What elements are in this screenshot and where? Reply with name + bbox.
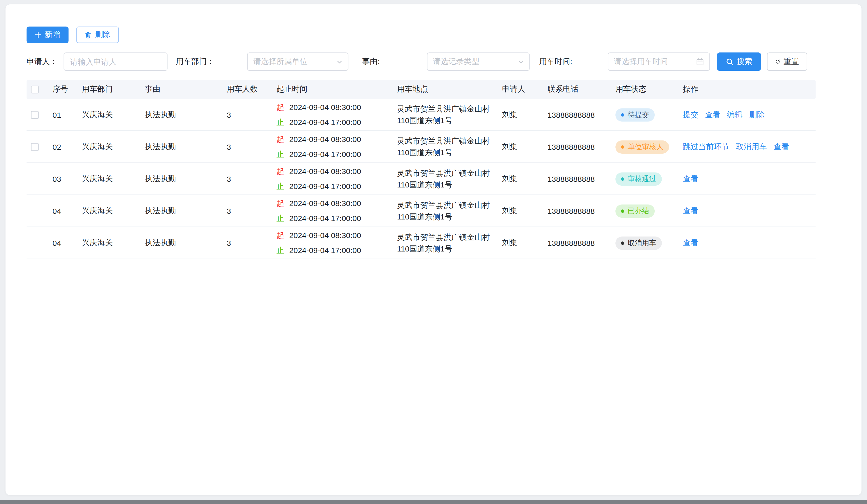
action-link[interactable]: 跳过当前环节 bbox=[683, 142, 729, 151]
action-link[interactable]: 查看 bbox=[683, 174, 698, 183]
reset-button[interactable]: 重置 bbox=[767, 52, 807, 71]
department-select[interactable]: 请选择所属单位 bbox=[247, 52, 349, 71]
row-reason: 执法执勤 bbox=[145, 142, 227, 152]
header-checkbox-cell bbox=[26, 86, 53, 94]
start-label: 起 bbox=[276, 164, 284, 179]
action-link[interactable]: 删除 bbox=[749, 110, 765, 119]
table-row: 01兴庆海关执法执勤3起2024-09-04 08:30:00止2024-09-… bbox=[26, 99, 816, 131]
start-time: 2024-09-04 08:30:00 bbox=[289, 132, 361, 147]
plus-icon bbox=[35, 32, 42, 38]
row-department: 兴庆海关 bbox=[82, 142, 145, 152]
end-label: 止 bbox=[276, 243, 284, 258]
action-link[interactable]: 查看 bbox=[683, 238, 698, 246]
time-start-line: 起2024-09-04 08:30:00 bbox=[276, 164, 397, 179]
filter-bar: 申请人： 用车部门： 请选择所属单位 事由: 请选记录类型 用车时间: 请选择用… bbox=[6, 52, 861, 71]
row-actions: 提交查看编辑删除 bbox=[683, 110, 816, 120]
status-badge: 审核通过 bbox=[616, 172, 662, 185]
start-time: 2024-09-04 08:30:00 bbox=[289, 164, 361, 179]
column-header: 起止时间 bbox=[276, 85, 397, 95]
row-people-count: 3 bbox=[227, 206, 277, 215]
time-start-line: 起2024-09-04 08:30:00 bbox=[276, 228, 397, 243]
column-header: 用车状态 bbox=[616, 85, 683, 95]
row-checkbox[interactable] bbox=[31, 143, 39, 151]
end-label: 止 bbox=[276, 114, 284, 130]
row-status-cell: 审核通过 bbox=[616, 172, 683, 185]
time-start-line: 起2024-09-04 08:30:00 bbox=[276, 132, 397, 147]
status-badge: 待提交 bbox=[616, 108, 655, 121]
calendar-icon bbox=[696, 58, 704, 66]
status-label: 取消用车 bbox=[628, 238, 656, 248]
row-phone: 13888888888 bbox=[547, 110, 616, 119]
end-label: 止 bbox=[276, 211, 284, 226]
row-index: 01 bbox=[52, 110, 82, 119]
page: 新增 删除 申请人： 用车部门： 请选择所属单位 事由: 请选记录类型 用车时间… bbox=[0, 0, 867, 504]
action-link[interactable]: 编辑 bbox=[727, 110, 742, 119]
row-checkbox[interactable] bbox=[31, 111, 39, 119]
action-link[interactable]: 查看 bbox=[683, 206, 698, 215]
row-people-count: 3 bbox=[227, 142, 277, 151]
table-header-row: 序号用车部门事由用车人数起止时间用车地点申请人联系电话用车状态操作 bbox=[26, 80, 816, 99]
row-time-range: 起2024-09-04 08:30:00止2024-09-04 17:00:00 bbox=[276, 132, 397, 162]
row-index: 02 bbox=[52, 142, 82, 151]
reason-select[interactable]: 请选记录类型 bbox=[427, 52, 529, 71]
row-department: 兴庆海关 bbox=[82, 238, 145, 248]
row-applicant: 刘集 bbox=[502, 110, 547, 120]
time-start-line: 起2024-09-04 08:30:00 bbox=[276, 196, 397, 211]
row-checkbox-cell bbox=[26, 143, 53, 151]
column-header: 用车地点 bbox=[397, 85, 502, 95]
search-button[interactable]: 搜索 bbox=[717, 52, 761, 71]
status-badge: 取消用车 bbox=[616, 236, 662, 249]
row-reason: 执法执勤 bbox=[145, 110, 227, 120]
toolbar: 新增 删除 bbox=[26, 26, 119, 43]
add-button[interactable]: 新增 bbox=[26, 26, 69, 43]
status-label: 待提交 bbox=[628, 110, 649, 120]
action-link[interactable]: 查看 bbox=[773, 142, 789, 151]
status-dot-icon bbox=[621, 209, 624, 212]
time-label: 用车时间: bbox=[539, 52, 572, 71]
row-location: 灵武市贺兰县洪广镇金山村110国道东侧1号 bbox=[397, 199, 502, 222]
row-phone: 13888888888 bbox=[547, 206, 616, 215]
reason-select-placeholder: 请选记录类型 bbox=[433, 56, 480, 67]
row-phone: 13888888888 bbox=[547, 142, 616, 151]
table-row: 02兴庆海关执法执勤3起2024-09-04 08:30:00止2024-09-… bbox=[26, 131, 816, 163]
column-header: 用车部门 bbox=[82, 85, 145, 95]
end-time: 2024-09-04 17:00:00 bbox=[289, 243, 361, 258]
reset-button-label: 重置 bbox=[783, 56, 799, 67]
department-label: 用车部门： bbox=[176, 52, 215, 71]
row-actions: 查看 bbox=[683, 238, 816, 248]
row-location: 灵武市贺兰县洪广镇金山村110国道东侧1号 bbox=[397, 103, 502, 126]
action-link[interactable]: 查看 bbox=[705, 110, 720, 119]
status-badge: 已办结 bbox=[616, 204, 655, 217]
row-time-range: 起2024-09-04 08:30:00止2024-09-04 17:00:00 bbox=[276, 164, 397, 194]
row-time-range: 起2024-09-04 08:30:00止2024-09-04 17:00:00 bbox=[276, 228, 397, 258]
table-body: 01兴庆海关执法执勤3起2024-09-04 08:30:00止2024-09-… bbox=[26, 99, 816, 259]
time-picker-placeholder: 请选择用车时间 bbox=[614, 56, 668, 67]
applicant-input[interactable] bbox=[64, 52, 168, 71]
row-actions: 查看 bbox=[683, 206, 816, 216]
table-row: 03兴庆海关执法执勤3起2024-09-04 08:30:00止2024-09-… bbox=[26, 163, 816, 195]
column-header: 事由 bbox=[145, 85, 227, 95]
row-people-count: 3 bbox=[227, 174, 277, 183]
row-index: 04 bbox=[52, 239, 82, 247]
column-header: 联系电话 bbox=[547, 85, 616, 95]
row-index: 03 bbox=[52, 174, 82, 183]
row-department: 兴庆海关 bbox=[82, 174, 145, 184]
table-row: 04兴庆海关执法执勤3起2024-09-04 08:30:00止2024-09-… bbox=[26, 195, 816, 227]
table-row: 04兴庆海关执法执勤3起2024-09-04 08:30:00止2024-09-… bbox=[26, 227, 816, 259]
row-actions: 跳过当前环节取消用车查看 bbox=[683, 142, 816, 152]
row-applicant: 刘集 bbox=[502, 238, 547, 248]
time-end-line: 止2024-09-04 17:00:00 bbox=[276, 179, 397, 194]
column-header: 申请人 bbox=[502, 85, 547, 95]
row-people-count: 3 bbox=[227, 110, 277, 119]
delete-button[interactable]: 删除 bbox=[76, 26, 119, 43]
column-header: 操作 bbox=[683, 85, 816, 95]
refresh-icon bbox=[775, 58, 780, 65]
reason-label: 事由: bbox=[362, 52, 380, 71]
start-time: 2024-09-04 08:30:00 bbox=[289, 100, 361, 114]
action-link[interactable]: 提交 bbox=[683, 110, 698, 119]
action-link[interactable]: 取消用车 bbox=[736, 142, 767, 151]
time-picker[interactable]: 请选择用车时间 bbox=[608, 52, 710, 71]
status-dot-icon bbox=[621, 113, 624, 117]
row-location: 灵武市贺兰县洪广镇金山村110国道东侧1号 bbox=[397, 231, 502, 255]
select-all-checkbox[interactable] bbox=[31, 86, 39, 94]
